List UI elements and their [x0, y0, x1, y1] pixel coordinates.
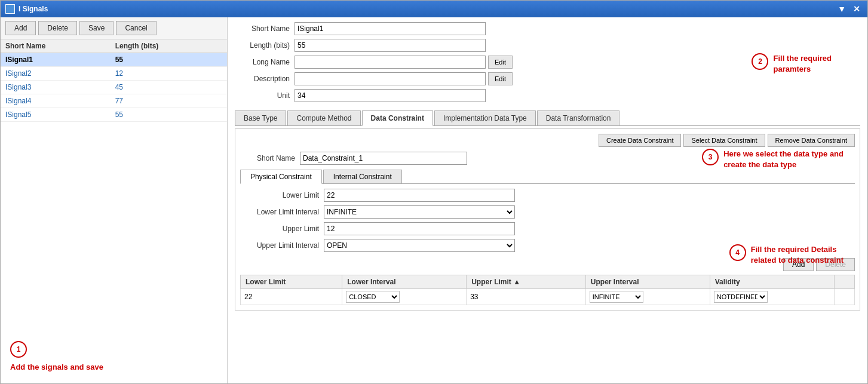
constraint-tab-internal-constraint[interactable]: Internal Constraint	[323, 170, 402, 183]
dt-upper-limit: 33	[467, 289, 586, 305]
signal-length-cell: 77	[111, 94, 227, 108]
table-row[interactable]: ISignal212	[1, 67, 227, 81]
window-title: I Signals	[19, 5, 48, 13]
longname-label: Long Name	[235, 58, 295, 66]
col-header-lower-limit: Lower Limit	[241, 275, 342, 289]
main-tabs: Base TypeCompute MethodData ConstraintIm…	[235, 110, 860, 126]
upper-limit-interval-select[interactable]: OPEN CLOSED INFINITE	[324, 239, 515, 252]
tab-compute-method[interactable]: Compute Method	[287, 110, 360, 125]
col-header-shortname: Short Name	[1, 39, 111, 53]
col-header-upper-limit: Upper Limit ▲	[467, 275, 586, 289]
main-window: I Signals ▼ ✕ Add Delete Save Cancel Sho…	[0, 0, 868, 384]
annotation-2-circle: 2	[752, 53, 768, 70]
description-edit-button[interactable]: Edit	[488, 72, 513, 85]
col-header-extra	[834, 275, 854, 289]
lower-limit-interval-label: Lower Limit Interval	[240, 208, 324, 216]
description-input[interactable]	[295, 72, 486, 85]
longname-edit-button[interactable]: Edit	[488, 56, 513, 69]
col-header-lower-interval: Lower Interval	[342, 275, 467, 289]
table-row: 22 CLOSEDOPENINFINITE 33 INFINITEOPENCLO…	[241, 289, 855, 305]
table-row[interactable]: ISignal477	[1, 94, 227, 108]
shortname-label: Short Name	[235, 24, 295, 33]
dc-shortname-input[interactable]	[300, 152, 467, 165]
dc-shortname-label: Short Name	[240, 154, 300, 162]
tab-base-type[interactable]: Base Type	[235, 110, 286, 125]
signal-name-cell: ISignal1	[1, 53, 111, 67]
dc-buttons-row: Create Data Constraint Select Data Const…	[240, 134, 855, 147]
shortname-row: Short Name	[235, 22, 860, 35]
cancel-button[interactable]: Cancel	[116, 21, 156, 35]
dropdown-icon[interactable]: ▼	[835, 4, 848, 14]
col-header-upper-interval: Upper Interval	[585, 275, 710, 289]
delete-button[interactable]: Delete	[38, 21, 77, 35]
dt-extra	[834, 289, 854, 305]
upper-limit-input[interactable]	[324, 222, 515, 235]
upper-limit-row: Upper Limit	[240, 222, 855, 235]
dt-validity-select[interactable]: NOTDEFINEDVALIDINVALID	[714, 291, 768, 303]
app-icon	[5, 4, 15, 14]
shortname-input[interactable]	[295, 22, 486, 35]
tab-data-transformation[interactable]: Data Transformation	[537, 110, 620, 125]
annotation-2-text: Fill the requiredparamters	[773, 53, 832, 75]
left-panel: Add Delete Save Cancel Short Name Length…	[1, 17, 228, 383]
length-row: Length (bits)	[235, 39, 860, 52]
signal-name-cell: ISignal5	[1, 108, 111, 122]
unit-label: Unit	[235, 91, 295, 100]
col-header-length: Length (bits)	[111, 39, 227, 53]
annotation-4-circle: 4	[729, 244, 746, 261]
lower-limit-input[interactable]	[324, 189, 515, 202]
signal-length-cell: 55	[111, 108, 227, 122]
remove-data-constraint-button[interactable]: Remove Data Constraint	[768, 134, 855, 147]
dt-lower-interval-select[interactable]: CLOSEDOPENINFINITE	[346, 291, 400, 303]
longname-input[interactable]	[295, 56, 486, 69]
select-data-constraint-button[interactable]: Select Data Constraint	[683, 134, 765, 147]
constraint-data-table: Lower LimitLower IntervalUpper Limit ▲Up…	[240, 275, 855, 305]
close-icon[interactable]: ✕	[851, 4, 863, 14]
constraint-tabs: Physical ConstraintInternal Constraint	[240, 170, 855, 184]
lower-limit-interval-row: Lower Limit Interval INFINITE OPEN CLOSE…	[240, 205, 855, 219]
lower-limit-row: Lower Limit	[240, 189, 855, 202]
signal-length-cell: 55	[111, 53, 227, 67]
unit-input[interactable]	[295, 89, 486, 102]
dt-lower-limit: 22	[241, 289, 342, 305]
dt-upper-interval[interactable]: INFINITEOPENCLOSED	[585, 289, 710, 305]
table-row[interactable]: ISignal555	[1, 108, 227, 122]
lower-limit-label: Lower Limit	[240, 191, 324, 199]
table-row[interactable]: ISignal345	[1, 81, 227, 94]
signal-name-cell: ISignal3	[1, 81, 111, 94]
tab-data-constraint[interactable]: Data Constraint	[362, 110, 433, 126]
signal-name-cell: ISignal2	[1, 67, 111, 81]
length-input[interactable]	[295, 39, 486, 52]
main-content: Add Delete Save Cancel Short Name Length…	[1, 17, 867, 383]
dt-lower-interval[interactable]: CLOSEDOPENINFINITE	[342, 289, 467, 305]
constraint-tab-physical-constraint[interactable]: Physical Constraint	[240, 170, 322, 184]
signals-table: Short Name Length (bits) ISignal155ISign…	[1, 39, 227, 329]
right-section: Short Name Length (bits) Long Name Edit …	[228, 17, 867, 383]
dt-validity[interactable]: NOTDEFINEDVALIDINVALID	[710, 289, 834, 305]
dt-upper-interval-select[interactable]: INFINITEOPENCLOSED	[590, 291, 643, 303]
unit-row: Unit	[235, 89, 860, 102]
signal-length-cell: 45	[111, 81, 227, 94]
signal-length-cell: 12	[111, 67, 227, 81]
table-row[interactable]: ISignal155	[1, 53, 227, 67]
annotation-3: 3 Here we select the data type andcreate…	[702, 149, 844, 170]
toolbar: Add Delete Save Cancel	[1, 17, 227, 39]
window-controls: ▼ ✕	[835, 4, 863, 14]
annotation-3-text: Here we select the data type andcreate t…	[723, 149, 844, 170]
description-label: Description	[235, 75, 295, 83]
signal-name-cell: ISignal4	[1, 94, 111, 108]
title-bar: I Signals ▼ ✕	[1, 1, 867, 17]
add-button[interactable]: Add	[5, 21, 36, 35]
limit-form: Lower Limit Lower Limit Interval INFINIT…	[240, 189, 855, 252]
annotation-1-circle: 1	[10, 341, 27, 358]
annotation-2: 2 Fill the requiredparamters	[752, 53, 832, 75]
upper-limit-interval-label: Upper Limit Interval	[240, 241, 324, 250]
upper-limit-label: Upper Limit	[240, 225, 324, 233]
annotation-3-circle: 3	[702, 149, 719, 165]
lower-limit-interval-select[interactable]: INFINITE OPEN CLOSED	[324, 205, 515, 219]
save-button[interactable]: Save	[79, 21, 114, 35]
create-data-constraint-button[interactable]: Create Data Constraint	[599, 134, 682, 147]
col-header-validity: Validity	[710, 275, 834, 289]
annotation-1-text: Add the signals and save	[10, 363, 103, 371]
tab-implementation-data-type[interactable]: Implementation Data Type	[434, 110, 536, 125]
